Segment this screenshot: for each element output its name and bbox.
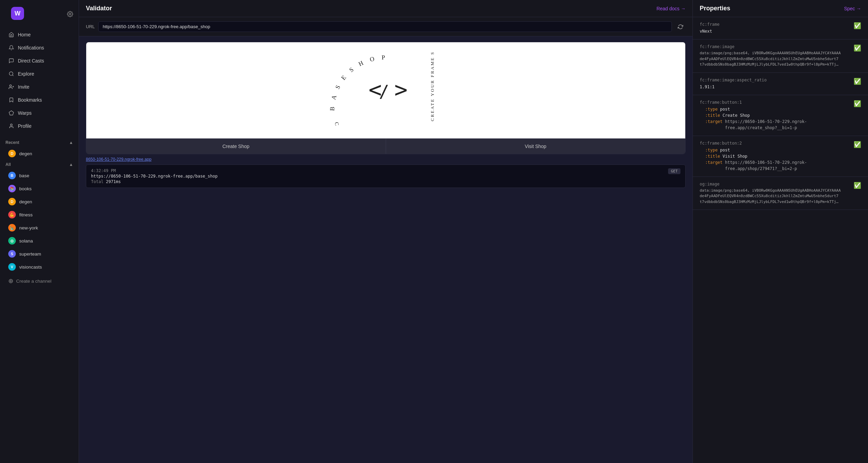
prop-value-button2: :type post :title Visit Shop :target htt… [705, 147, 854, 172]
channel-avatar-visioncasts: V [8, 263, 16, 271]
nav-invite[interactable]: Invite [3, 81, 76, 93]
nav-notifications-label: Notifications [18, 45, 44, 50]
prop-value-fc-frame-image: data:image/png;base64, iVBORw0KGgoAAAANS… [700, 50, 854, 68]
prop-key-button2: fc:frame:button:2 [700, 141, 854, 146]
log-method-badge: GET [668, 168, 680, 174]
prop-og-image: og:image data:image/png;base64, iVBORw0K… [693, 177, 868, 210]
user-icon [8, 123, 14, 129]
nav-notifications[interactable]: Notifications [3, 42, 76, 54]
nav-direct-casts-label: Direct Casts [18, 58, 44, 64]
all-section-header: All ▲ [0, 160, 79, 169]
frame-link[interactable]: 8650-106-51-70-229.ngrok-free.app [79, 154, 692, 165]
svg-marker-6 [9, 111, 13, 115]
svg-point-0 [69, 13, 71, 15]
frame-illustration: B A S E S H O P < / > CREATE YOUR FRAME … [97, 53, 675, 128]
recent-collapse-icon[interactable]: ▲ [69, 140, 73, 145]
diamond-icon [8, 110, 14, 116]
prop-key-fc-frame-image: fc:frame:image [700, 44, 854, 49]
nav-warps-label: Warps [18, 110, 32, 116]
validator-pane: Validator Read docs → URL [79, 0, 693, 463]
url-bar: URL [79, 17, 692, 36]
read-docs-link[interactable]: Read docs → [656, 6, 686, 11]
nav-warps[interactable]: Warps [3, 107, 76, 119]
nav-explore-label: Explore [18, 71, 34, 77]
channel-base[interactable]: B base [3, 169, 76, 182]
settings-icon[interactable] [67, 11, 73, 19]
frame-preview: B A S E S H O P < / > CREATE YOUR FRAME … [86, 42, 686, 154]
channel-fitness[interactable]: 💪 fitness [3, 208, 76, 221]
prop-fc-frame-button-1: fc:frame:button:1 :type post :title Crea… [693, 95, 868, 136]
create-shop-button[interactable]: Create Shop [86, 138, 386, 154]
nav-bookmarks[interactable]: Bookmarks [3, 94, 76, 106]
nav-direct-casts[interactable]: Direct Casts [3, 55, 76, 67]
create-channel[interactable]: ⊕ Create a channel [3, 275, 76, 287]
log-area: GET 4:32:49 PM https://8650-106-51-70-22… [86, 165, 686, 188]
channel-new-york[interactable]: 🗽 new-york [3, 222, 76, 234]
url-label: URL [86, 24, 95, 29]
prop-value-og-image: data:image/png;base64, iVBORw0KGgoAAAANS… [700, 188, 854, 205]
valid-check-fc-frame: ✅ [854, 22, 861, 30]
svg-point-1 [9, 72, 13, 76]
nav-profile-label: Profile [18, 123, 32, 129]
properties-header: Properties Spec → [693, 0, 868, 17]
nav-invite-label: Invite [18, 84, 29, 90]
prop-value-button1: :type post :title Create Shop :target ht… [705, 106, 854, 131]
log-total-value: 2971ms [106, 179, 121, 184]
svg-text:/: / [379, 81, 389, 101]
prop-value-aspect-ratio: 1.91:1 [700, 84, 854, 90]
svg-text:>: > [394, 77, 408, 102]
channel-avatar-superteam: S [8, 250, 16, 258]
validator-title: Validator [86, 5, 112, 12]
prop-key-aspect-ratio: fc:frame:image:aspect_ratio [700, 78, 854, 82]
svg-text:CREATE YOUR FRAME SHOP: CREATE YOUR FRAME SHOP [430, 53, 435, 121]
nav-home[interactable]: Home [3, 29, 76, 41]
svg-point-7 [10, 124, 12, 126]
nav-bookmarks-label: Bookmarks [18, 97, 42, 103]
log-time: 4:32:49 PM [91, 168, 116, 173]
channel-avatar: D [8, 150, 16, 157]
channel-avatar-fitness: 💪 [8, 211, 16, 218]
channel-avatar-ny: 🗽 [8, 224, 16, 232]
visit-shop-button[interactable]: Visit Shop [386, 138, 686, 154]
refresh-button[interactable] [675, 22, 686, 32]
recent-section-header: Recent ▲ [0, 138, 79, 147]
search-icon [8, 71, 14, 77]
prop-key-button1: fc:frame:button:1 [700, 100, 854, 105]
properties-pane: Properties Spec → fc:frame vNext ✅ [693, 0, 868, 463]
prop-fc-frame-image-aspect: fc:frame:image:aspect_ratio 1.91:1 ✅ [693, 73, 868, 95]
log-url: https://8650-106-51-70-229.ngrok-free.ap… [91, 174, 680, 179]
spec-link[interactable]: Spec → [844, 6, 861, 11]
bell-icon [8, 45, 14, 51]
valid-check-og-image: ✅ [854, 182, 861, 189]
properties-title: Properties [700, 5, 730, 12]
channel-solana[interactable]: ◎ solana [3, 235, 76, 247]
log-total-label: Total [91, 179, 106, 184]
frame-buttons: Create Shop Visit Shop [86, 138, 685, 154]
svg-text:C R E A T E   Y O U R   F R A : C R E A T E Y O U R F R A M E S H O P [334, 122, 436, 128]
url-input[interactable] [98, 21, 672, 32]
svg-line-2 [12, 75, 13, 76]
valid-check-fc-frame-image: ✅ [854, 44, 861, 52]
channel-avatar-base: B [8, 172, 16, 179]
prop-fc-frame: fc:frame vNext ✅ [693, 17, 868, 39]
sidebar: W Home Notifications Direct Casts Explor… [0, 0, 79, 463]
user-plus-icon [8, 84, 14, 90]
channel-degen[interactable]: D degen [3, 195, 76, 208]
nav-explore[interactable]: Explore [3, 68, 76, 80]
app-logo[interactable]: W [11, 7, 24, 20]
main-content: Validator Read docs → URL [79, 0, 868, 463]
nav-home-label: Home [18, 32, 31, 37]
frame-image: B A S E S H O P < / > CREATE YOUR FRAME … [86, 42, 685, 138]
channel-avatar-degen: D [8, 198, 16, 205]
channel-visioncasts[interactable]: V visioncasts [3, 261, 76, 273]
home-icon [8, 32, 14, 38]
svg-point-3 [10, 85, 11, 87]
prop-key-fc-frame: fc:frame [700, 22, 854, 27]
channel-books[interactable]: 📚 books [3, 182, 76, 195]
all-collapse-icon[interactable]: ▲ [69, 162, 73, 167]
prop-fc-frame-button-2: fc:frame:button:2 :type post :title Visi… [693, 136, 868, 177]
recent-item-degen[interactable]: D degen [3, 147, 76, 160]
chat-icon [8, 58, 14, 64]
nav-profile[interactable]: Profile [3, 120, 76, 132]
channel-superteam[interactable]: S superteam [3, 248, 76, 260]
